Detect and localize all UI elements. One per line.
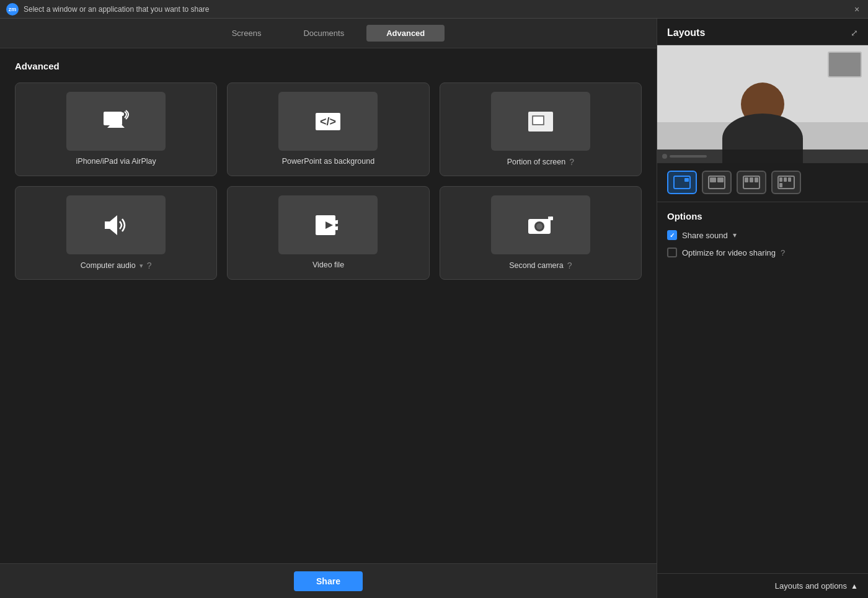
audio-label-row: Computer audio ▾ ? bbox=[24, 261, 208, 270]
camera-help-icon[interactable]: ? bbox=[567, 261, 572, 270]
layout-btn-2[interactable] bbox=[702, 171, 732, 194]
svg-rect-17 bbox=[548, 216, 553, 220]
powerpoint-label: PowerPoint as background bbox=[282, 157, 374, 166]
audio-icon bbox=[101, 210, 131, 240]
titlebar: zm Select a window or an application tha… bbox=[0, 0, 868, 19]
portion-icon-box bbox=[491, 92, 590, 151]
left-panel: Screens Documents Advanced Advanced bbox=[0, 19, 657, 598]
airplay-icon-box bbox=[66, 92, 166, 151]
svg-rect-31 bbox=[788, 177, 791, 182]
tab-advanced[interactable]: Advanced bbox=[366, 25, 445, 42]
airplay-label-row: iPhone/iPad via AirPlay bbox=[24, 157, 208, 166]
svg-rect-30 bbox=[784, 177, 787, 182]
svg-rect-20 bbox=[684, 178, 689, 182]
collapse-icon[interactable]: ▲ bbox=[851, 582, 858, 591]
svg-marker-7 bbox=[105, 215, 117, 235]
camera-label-row: Second camera ? bbox=[449, 261, 632, 270]
second-camera-icon bbox=[526, 210, 556, 240]
svg-rect-27 bbox=[755, 177, 758, 182]
svg-text:</>: </> bbox=[320, 115, 336, 128]
option-video[interactable]: Video file bbox=[227, 186, 429, 280]
layout-btn-3[interactable] bbox=[737, 171, 766, 194]
share-sound-label: Share sound bbox=[682, 231, 728, 240]
optimize-video-row: Optimize for video sharing ? bbox=[667, 248, 858, 257]
audio-label: Computer audio bbox=[81, 261, 136, 270]
expand-icon[interactable]: ⤢ bbox=[851, 28, 858, 38]
cam-pip-person bbox=[829, 53, 861, 76]
video-label-row: Video file bbox=[236, 261, 420, 269]
audio-dropdown-icon[interactable]: ▾ bbox=[140, 262, 143, 270]
svg-rect-32 bbox=[779, 183, 782, 187]
optimize-help-icon[interactable]: ? bbox=[781, 248, 785, 257]
option-portion[interactable]: Portion of screen ? bbox=[440, 83, 642, 176]
airplay-icon bbox=[101, 107, 131, 136]
cam-toolbar bbox=[657, 150, 868, 163]
layout-buttons bbox=[657, 163, 868, 202]
svg-rect-29 bbox=[779, 177, 782, 182]
portion-help-icon[interactable]: ? bbox=[569, 157, 574, 167]
audio-help-icon[interactable]: ? bbox=[147, 261, 152, 270]
video-file-icon bbox=[313, 210, 343, 240]
right-panel: Layouts ⤢ bbox=[657, 19, 868, 598]
section-title: Advanced bbox=[15, 61, 642, 71]
bottom-bar: Share bbox=[0, 563, 657, 598]
camera-bg bbox=[657, 45, 868, 163]
svg-rect-25 bbox=[745, 177, 748, 182]
camera-icon-box bbox=[491, 195, 590, 254]
titlebar-text: Select a window or an application that y… bbox=[24, 5, 847, 14]
airplay-label: iPhone/iPad via AirPlay bbox=[76, 157, 156, 166]
options-grid: iPhone/iPad via AirPlay </> PowerPoint a… bbox=[15, 83, 642, 280]
cam-pip bbox=[828, 51, 862, 78]
powerpoint-icon-box: </> bbox=[278, 92, 378, 151]
option-camera[interactable]: Second camera ? bbox=[440, 186, 642, 280]
svg-rect-22 bbox=[710, 177, 716, 182]
tab-bar: Screens Documents Advanced bbox=[0, 19, 657, 48]
tab-screens[interactable]: Screens bbox=[212, 25, 281, 42]
tab-documents[interactable]: Documents bbox=[283, 25, 364, 42]
svg-rect-6 bbox=[533, 117, 543, 124]
content-area: Advanced iPhone/iPad bbox=[0, 48, 657, 563]
optimize-video-label: Optimize for video sharing bbox=[682, 248, 776, 257]
layout-4-icon bbox=[777, 176, 795, 189]
portion-label: Portion of screen bbox=[507, 158, 566, 166]
options-section-title: Options bbox=[667, 211, 858, 221]
share-sound-dropdown-icon[interactable]: ▾ bbox=[733, 231, 737, 239]
options-section: Options Share sound ▾ Optimize for video… bbox=[657, 202, 868, 274]
svg-rect-26 bbox=[750, 177, 753, 182]
layout-btn-4[interactable] bbox=[771, 171, 801, 194]
video-icon-box bbox=[278, 195, 378, 254]
cam-toolbar-dot bbox=[662, 154, 667, 159]
cam-toolbar-line bbox=[670, 155, 707, 158]
video-label: Video file bbox=[312, 261, 344, 269]
right-panel-header: Layouts ⤢ bbox=[657, 19, 868, 45]
bottom-right-bar: Layouts and options ▲ bbox=[657, 573, 868, 598]
optimize-video-checkbox[interactable] bbox=[667, 248, 677, 257]
share-sound-checkbox[interactable] bbox=[667, 230, 677, 240]
camera-label: Second camera bbox=[509, 261, 564, 270]
svg-point-1 bbox=[120, 112, 124, 116]
share-button[interactable]: Share bbox=[294, 571, 363, 591]
close-button[interactable]: × bbox=[852, 4, 862, 14]
layout-1-icon bbox=[673, 176, 691, 189]
powerpoint-icon: </> bbox=[313, 107, 343, 136]
layout-2-icon bbox=[708, 176, 725, 189]
audio-icon-box bbox=[66, 195, 166, 254]
layouts-options-button[interactable]: Layouts and options bbox=[775, 581, 847, 591]
camera-preview bbox=[657, 45, 868, 163]
option-audio[interactable]: Computer audio ▾ ? bbox=[15, 186, 217, 280]
layout-3-icon bbox=[743, 176, 760, 189]
portion-icon bbox=[526, 107, 556, 136]
portion-label-row: Portion of screen ? bbox=[449, 157, 632, 167]
option-airplay[interactable]: iPhone/iPad via AirPlay bbox=[15, 83, 217, 176]
svg-rect-23 bbox=[717, 177, 724, 182]
powerpoint-label-row: PowerPoint as background bbox=[236, 157, 420, 166]
zoom-logo: zm bbox=[6, 3, 19, 16]
layout-btn-1[interactable] bbox=[667, 171, 697, 194]
layouts-title: Layouts bbox=[667, 27, 705, 38]
option-powerpoint[interactable]: </> PowerPoint as background bbox=[227, 83, 429, 176]
main-container: Screens Documents Advanced Advanced bbox=[0, 19, 868, 598]
svg-point-16 bbox=[536, 223, 542, 230]
share-sound-row: Share sound ▾ bbox=[667, 230, 858, 240]
